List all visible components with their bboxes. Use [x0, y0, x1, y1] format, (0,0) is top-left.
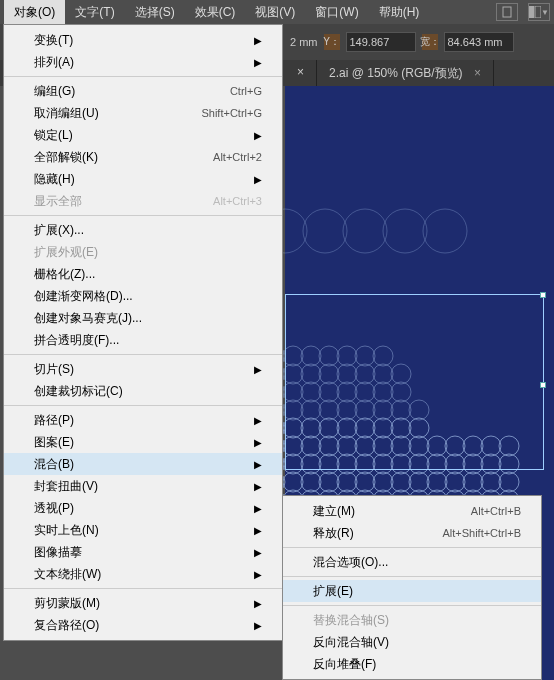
svg-point-5	[303, 209, 347, 253]
svg-point-85	[391, 472, 411, 492]
svg-point-6	[343, 209, 387, 253]
blend-submenu: 建立(M)Alt+Ctrl+B 释放(R)Alt+Shift+Ctrl+B 混合…	[282, 495, 542, 680]
mi-clip-mask[interactable]: 剪切蒙版(M)▶	[4, 592, 282, 614]
mi-blend[interactable]: 混合(B)▶	[4, 453, 282, 475]
mi-live-paint[interactable]: 实时上色(N)▶	[4, 519, 282, 541]
mi-show-all: 显示全部Alt+Ctrl+3	[4, 190, 282, 212]
menu-effect[interactable]: 效果(C)	[185, 0, 246, 24]
sm-reverse-stack[interactable]: 反向堆叠(F)	[283, 653, 541, 675]
svg-point-89	[463, 472, 483, 492]
mi-ungroup[interactable]: 取消编组(U)Shift+Ctrl+G	[4, 102, 282, 124]
y-label: Y：	[324, 34, 340, 50]
object-menu: 变换(T)▶ 排列(A)▶ 编组(G)Ctrl+G 取消编组(U)Shift+C…	[3, 24, 283, 641]
svg-point-82	[337, 472, 357, 492]
menubar: 对象(O) 文字(T) 选择(S) 效果(C) 视图(V) 窗口(W) 帮助(H…	[0, 0, 554, 24]
menu-text[interactable]: 文字(T)	[65, 0, 124, 24]
menu-view[interactable]: 视图(V)	[245, 0, 305, 24]
sm-make[interactable]: 建立(M)Alt+Ctrl+B	[283, 500, 541, 522]
w-input[interactable]	[444, 32, 514, 52]
svg-point-88	[445, 472, 465, 492]
val1-suffix: 2 mm	[290, 36, 318, 48]
svg-point-79	[283, 472, 303, 492]
tab-partial[interactable]: ×	[285, 60, 317, 86]
mi-expand[interactable]: 扩展(X)...	[4, 219, 282, 241]
svg-point-80	[301, 472, 321, 492]
mi-gradient-mesh[interactable]: 创建渐变网格(D)...	[4, 285, 282, 307]
svg-point-7	[383, 209, 427, 253]
menu-object[interactable]: 对象(O)	[4, 0, 65, 24]
sm-reverse-spine[interactable]: 反向混合轴(V)	[283, 631, 541, 653]
mi-unlock-all[interactable]: 全部解锁(K)Alt+Ctrl+2	[4, 146, 282, 168]
mi-perspective[interactable]: 透视(P)▶	[4, 497, 282, 519]
menu-select[interactable]: 选择(S)	[125, 0, 185, 24]
doc-icon[interactable]	[496, 3, 518, 21]
svg-point-91	[499, 472, 519, 492]
mi-rasterize[interactable]: 栅格化(Z)...	[4, 263, 282, 285]
svg-point-8	[423, 209, 467, 253]
selection-box	[285, 294, 544, 470]
sm-release[interactable]: 释放(R)Alt+Shift+Ctrl+B	[283, 522, 541, 544]
mi-transform[interactable]: 变换(T)▶	[4, 29, 282, 51]
mi-pattern[interactable]: 图案(E)▶	[4, 431, 282, 453]
svg-point-83	[355, 472, 375, 492]
mi-expand-appearance: 扩展外观(E)	[4, 241, 282, 263]
tab-close[interactable]: ×	[297, 65, 304, 79]
tab-file[interactable]: 2.ai @ 150% (RGB/预览) ×	[317, 60, 494, 86]
svg-point-86	[409, 472, 429, 492]
mi-envelope[interactable]: 封套扭曲(V)▶	[4, 475, 282, 497]
mi-slice[interactable]: 切片(S)▶	[4, 358, 282, 380]
svg-rect-0	[503, 7, 511, 17]
mi-path[interactable]: 路径(P)▶	[4, 409, 282, 431]
svg-point-81	[319, 472, 339, 492]
svg-point-87	[427, 472, 447, 492]
svg-rect-1	[529, 6, 534, 18]
menu-window[interactable]: 窗口(W)	[305, 0, 368, 24]
mi-crop-marks[interactable]: 创建裁切标记(C)	[4, 380, 282, 402]
y-input[interactable]	[346, 32, 416, 52]
svg-point-84	[373, 472, 393, 492]
layout-icon[interactable]: ▼	[528, 3, 550, 21]
sm-expand[interactable]: 扩展(E)	[283, 580, 541, 602]
w-label: 宽：	[422, 34, 438, 50]
menu-help[interactable]: 帮助(H)	[369, 0, 430, 24]
tab-close[interactable]: ×	[474, 66, 481, 80]
mi-trace[interactable]: 图像描摹▶	[4, 541, 282, 563]
sm-replace-spine: 替换混合轴(S)	[283, 609, 541, 631]
mi-lock[interactable]: 锁定(L)▶	[4, 124, 282, 146]
mi-mosaic[interactable]: 创建对象马赛克(J)...	[4, 307, 282, 329]
sm-options[interactable]: 混合选项(O)...	[283, 551, 541, 573]
mi-text-wrap[interactable]: 文本绕排(W)▶	[4, 563, 282, 585]
svg-point-90	[481, 472, 501, 492]
mi-arrange[interactable]: 排列(A)▶	[4, 51, 282, 73]
mi-hide[interactable]: 隐藏(H)▶	[4, 168, 282, 190]
mi-flatten[interactable]: 拼合透明度(F)...	[4, 329, 282, 351]
mi-compound-path[interactable]: 复合路径(O)▶	[4, 614, 282, 636]
mi-group[interactable]: 编组(G)Ctrl+G	[4, 80, 282, 102]
